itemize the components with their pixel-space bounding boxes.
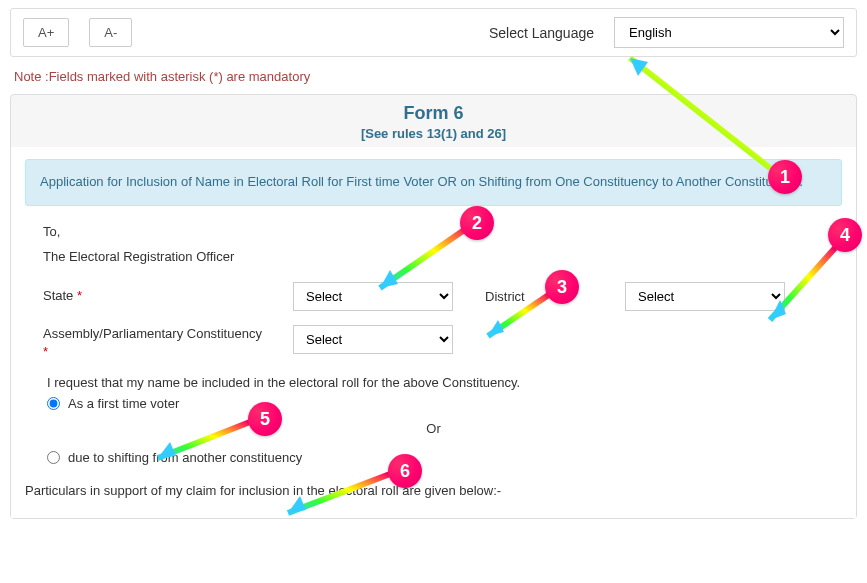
to-label: To, xyxy=(43,224,824,239)
first-time-voter-label: As a first time voter xyxy=(68,396,179,411)
constituency-select[interactable]: Select xyxy=(293,325,453,354)
state-select[interactable]: Select xyxy=(293,282,453,311)
district-select[interactable]: Select xyxy=(625,282,785,311)
particulars-text: Particulars in support of my claim for i… xyxy=(25,483,842,498)
form-title: Form 6 xyxy=(11,103,856,124)
font-increase-button[interactable]: A+ xyxy=(23,18,69,47)
language-select[interactable]: English xyxy=(614,17,844,48)
language-label: Select Language xyxy=(489,25,594,41)
or-text: Or xyxy=(43,421,824,436)
top-bar: A+ A- Select Language English xyxy=(10,8,857,57)
officer-label: The Electoral Registration Officer xyxy=(43,249,824,264)
form-panel: Form 6 [See rules 13(1) and 26] Applicat… xyxy=(10,94,857,519)
shifting-constituency-label: due to shifting from another constituenc… xyxy=(68,450,302,465)
font-decrease-button[interactable]: A- xyxy=(89,18,132,47)
mandatory-note: Note :Fields marked with asterisk (*) ar… xyxy=(14,69,853,84)
required-asterisk: * xyxy=(43,344,48,359)
shifting-constituency-radio[interactable] xyxy=(47,451,60,464)
first-time-voter-radio[interactable] xyxy=(47,397,60,410)
form-header: Form 6 [See rules 13(1) and 26] xyxy=(11,95,856,147)
form-subtitle: [See rules 13(1) and 26] xyxy=(11,126,856,141)
state-label: State xyxy=(43,288,73,303)
district-label: District xyxy=(485,289,575,304)
request-text: I request that my name be included in th… xyxy=(47,375,824,390)
required-asterisk: * xyxy=(77,288,82,303)
constituency-label: Assembly/Parliamentary Constituency xyxy=(43,326,262,341)
application-description: Application for Inclusion of Name in Ele… xyxy=(25,159,842,206)
